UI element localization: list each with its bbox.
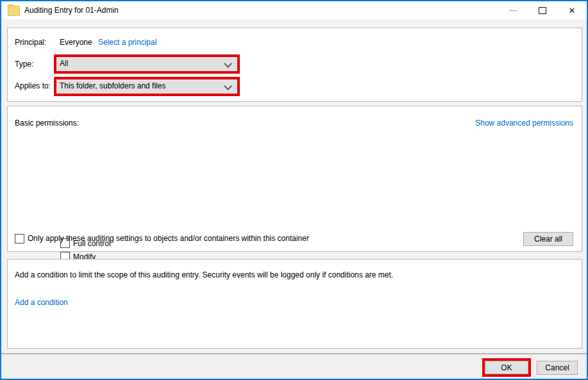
type-dropdown[interactable]: All bbox=[56, 57, 237, 71]
chevron-down-icon bbox=[224, 82, 232, 90]
principal-section: Principal: Everyone Select a principal T… bbox=[7, 28, 582, 102]
applies-to-dropdown-value: This folder, subfolders and files bbox=[60, 81, 165, 90]
applies-to-dropdown-highlight: This folder, subfolders and files bbox=[54, 77, 240, 96]
folder-icon bbox=[8, 6, 20, 16]
chevron-down-icon bbox=[224, 60, 232, 68]
show-advanced-permissions-link[interactable]: Show advanced permissions bbox=[475, 119, 573, 128]
ok-button-highlight: OK bbox=[482, 358, 531, 377]
condition-description: Add a condition to limit the scope of th… bbox=[15, 270, 393, 279]
cancel-button[interactable]: Cancel bbox=[537, 361, 578, 375]
maximize-button[interactable] bbox=[528, 1, 557, 19]
ok-button[interactable]: OK bbox=[485, 361, 528, 374]
only-apply-checkbox[interactable] bbox=[15, 234, 24, 244]
maximize-icon bbox=[539, 7, 546, 14]
clear-all-button[interactable]: Clear all bbox=[523, 232, 573, 246]
applies-to-dropdown[interactable]: This folder, subfolders and files bbox=[56, 79, 237, 94]
add-condition-link[interactable]: Add a condition bbox=[15, 298, 68, 307]
window-title: Auditing Entry for 01-Admin bbox=[24, 6, 119, 15]
basic-permissions-heading: Basic permissions: bbox=[15, 119, 79, 128]
window-controls: — ✕ bbox=[498, 1, 587, 19]
close-icon: ✕ bbox=[569, 6, 576, 15]
basic-permissions-section: Basic permissions: Show advanced permiss… bbox=[7, 106, 582, 252]
auditing-entry-dialog: Auditing Entry for 01-Admin — ✕ Principa… bbox=[0, 0, 588, 380]
title-bar: Auditing Entry for 01-Admin — ✕ bbox=[1, 1, 587, 19]
type-dropdown-highlight: All bbox=[54, 54, 240, 74]
minimize-icon: — bbox=[509, 6, 517, 14]
minimize-button: — bbox=[498, 1, 528, 19]
condition-section: Add a condition to limit the scope of th… bbox=[7, 259, 582, 349]
principal-value: Everyone bbox=[60, 38, 92, 47]
type-dropdown-value: All bbox=[60, 59, 68, 68]
type-label: Type: bbox=[15, 60, 33, 69]
close-button[interactable]: ✕ bbox=[557, 1, 587, 19]
only-apply-label: Only apply these auditing settings to ob… bbox=[28, 234, 309, 243]
principal-label: Principal: bbox=[15, 38, 46, 47]
select-principal-link[interactable]: Select a principal bbox=[98, 38, 156, 47]
applies-to-label: Applies to: bbox=[15, 81, 51, 90]
